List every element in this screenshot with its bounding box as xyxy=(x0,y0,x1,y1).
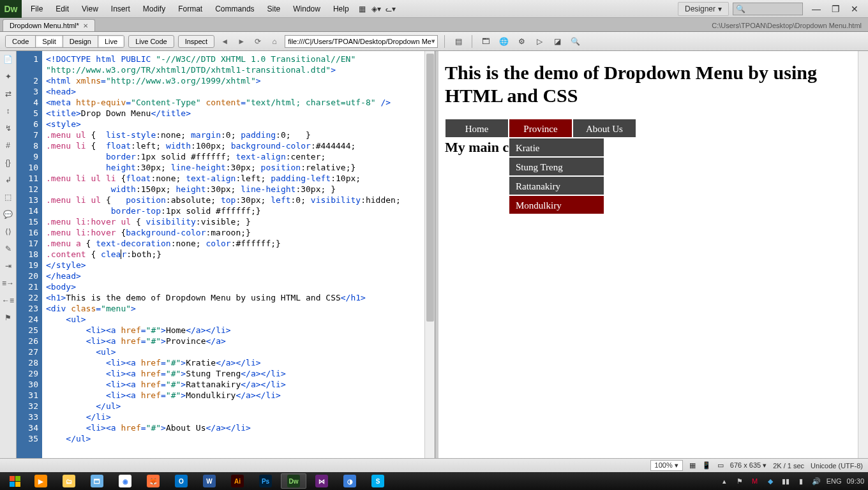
home-icon[interactable]: ⌂ xyxy=(268,35,281,48)
tray-network-icon[interactable]: ▮▮ xyxy=(781,476,791,486)
taskbar-app-dreamweaver[interactable]: Dw xyxy=(281,473,306,489)
search-input[interactable]: 🔍 xyxy=(733,3,803,15)
parent-tag-icon[interactable]: ↕ xyxy=(3,105,14,117)
menu-file[interactable]: File xyxy=(24,1,49,17)
comment-icon[interactable]: 💬 xyxy=(3,209,14,220)
viewport-size: 676 x 635 ▾ xyxy=(730,461,767,470)
collapse-icon[interactable]: ✦ xyxy=(3,71,14,82)
tray-language[interactable]: ENG xyxy=(827,477,842,485)
minimize-button[interactable]: — xyxy=(807,3,826,15)
inspector-icon[interactable]: 🔍 xyxy=(568,35,582,48)
phone-icon[interactable]: 📱 xyxy=(702,461,711,470)
status-bar: 100% ▾ ▦ 📱 ▭ 676 x 635 ▾ 2K / 1 sec Unic… xyxy=(0,458,868,472)
wrap-tag-icon[interactable]: ⟨⟩ xyxy=(3,226,14,237)
menu-commands[interactable]: Commands xyxy=(209,1,260,17)
taskbar-app-visualstudio[interactable]: ⋈ xyxy=(309,473,334,489)
menu-help[interactable]: Help xyxy=(327,1,355,17)
taskbar-app-skype[interactable]: S xyxy=(365,473,391,489)
visual-aids-icon[interactable]: ◪ xyxy=(550,35,564,48)
document-tab[interactable]: Dropdown Menu.html* ✕ xyxy=(3,19,95,31)
code-scrollbar[interactable] xyxy=(424,51,435,458)
preview-dropdown-item[interactable]: Kratie xyxy=(509,138,604,157)
tablet-icon[interactable]: ▭ xyxy=(717,461,724,470)
tray-clock[interactable]: 09:30 xyxy=(846,477,864,485)
tray-dropbox-icon[interactable]: ◆ xyxy=(765,476,775,486)
code-text[interactable]: <!DOCTYPE html PUBLIC "-//W3C//DTD XHTML… xyxy=(42,51,435,458)
extensions-icon[interactable]: ᓚ▾ xyxy=(384,3,398,15)
menu-modify[interactable]: Modify xyxy=(137,1,172,17)
open-docs-icon[interactable]: 📄 xyxy=(3,54,14,65)
preview-heading: This is the demo of Dropdown Menu by usi… xyxy=(445,61,862,107)
grid-icon[interactable]: ▦ xyxy=(689,461,696,470)
live-code-button[interactable]: Live Code xyxy=(128,35,174,48)
move-css-icon[interactable]: ⇥ xyxy=(3,260,14,272)
taskbar-app-photoshop[interactable]: Ps xyxy=(253,473,278,489)
taskbar-app-chrome[interactable]: ◉ xyxy=(112,473,138,489)
taskbar-app-explorer[interactable]: 🗂 xyxy=(56,473,82,489)
forward-icon[interactable]: ► xyxy=(235,35,248,48)
taskbar-app-illustrator[interactable]: Ai xyxy=(225,473,250,489)
zoom-select[interactable]: 100% ▾ xyxy=(650,460,683,471)
taskbar-app-firefox[interactable]: 🦊 xyxy=(140,473,166,489)
code-view-button[interactable]: Code xyxy=(6,36,36,47)
tray-chevron-icon[interactable]: ▴ xyxy=(719,476,730,486)
workspace-switcher[interactable]: Designer▾ xyxy=(678,2,729,16)
menu-format[interactable]: Format xyxy=(172,1,209,17)
code-editor[interactable]: 1234567891011121314151617181920212223242… xyxy=(17,51,435,458)
browser-preview-icon[interactable]: 🌐 xyxy=(497,35,511,48)
menu-insert[interactable]: Insert xyxy=(105,1,137,17)
taskbar-app-word[interactable]: W xyxy=(197,473,222,489)
system-tray: ▴ ⚑ M ◆ ▮▮ ▮ 🔊 ENG 09:30 xyxy=(719,476,864,486)
design-view-button[interactable]: Design xyxy=(63,36,98,47)
menu-edit[interactable]: Edit xyxy=(49,1,75,17)
format-icon[interactable]: ⚑ xyxy=(3,312,14,323)
tray-battery-icon[interactable]: ▮ xyxy=(796,476,806,486)
preview-menu-item[interactable]: Home xyxy=(445,119,509,138)
preview-menu-item[interactable]: About Us xyxy=(572,119,636,138)
preview-dropdown-item[interactable]: Mondulkiry xyxy=(509,195,604,214)
page-size: 2K / 1 sec xyxy=(773,462,804,470)
tray-volume-icon[interactable]: 🔊 xyxy=(811,476,821,486)
tray-mcafee-icon[interactable]: M xyxy=(750,476,760,486)
preview-dropdown-item[interactable]: Rattanakiry xyxy=(509,176,604,195)
titlebar: Dw FileEditViewInsertModifyFormatCommand… xyxy=(0,0,868,18)
options-icon[interactable]: ▤ xyxy=(451,35,465,48)
taskbar-app-explorer2[interactable]: 🗔 xyxy=(84,473,110,489)
recent-snippets-icon[interactable]: ✎ xyxy=(3,243,14,255)
menu-view[interactable]: View xyxy=(75,1,105,17)
syntax-icon[interactable]: ⬚ xyxy=(3,191,14,203)
menu-window[interactable]: Window xyxy=(287,1,327,17)
address-bar[interactable]: file:///C|/Users/TPOAN/Desktop/Dropdown … xyxy=(285,35,438,48)
windows-taskbar: ▶ 🗂 🗔 ◉ 🦊 O W Ai Ps Dw ⋈ ◑ S ▴ ⚑ M ◆ ▮▮ … xyxy=(0,472,868,490)
taskbar-app-media[interactable]: ▶ xyxy=(28,473,54,489)
maximize-button[interactable]: ❐ xyxy=(826,3,845,15)
taskbar-app-qbittorrent[interactable]: ◑ xyxy=(337,473,363,489)
menu-site[interactable]: Site xyxy=(261,1,287,17)
line-numbers-icon[interactable]: # xyxy=(3,140,14,151)
sync-icon[interactable]: ◈▾ xyxy=(370,3,384,15)
w3c-validate-icon[interactable]: ⚙ xyxy=(514,35,528,48)
start-button[interactable] xyxy=(4,473,26,489)
check-page-icon[interactable]: ▷ xyxy=(532,35,546,48)
outdent-icon[interactable]: ←≡ xyxy=(3,295,14,306)
indent-icon[interactable]: ≡→ xyxy=(3,278,14,289)
taskbar-app-outlook[interactable]: O xyxy=(168,473,194,489)
code-toolbar: 📄 ✦ ⇄ ↕ ↯ # {} ↲ ⬚ 💬 ⟨⟩ ✎ ⇥ ≡→ ←≡ ⚑ xyxy=(0,51,17,458)
live-view-button[interactable]: Live xyxy=(98,36,124,47)
balance-icon[interactable]: ↯ xyxy=(3,122,14,134)
back-icon[interactable]: ◄ xyxy=(218,35,231,48)
tray-flag-icon[interactable]: ⚑ xyxy=(735,476,745,486)
preview-menu-item[interactable]: Province xyxy=(509,119,572,138)
file-management-icon[interactable]: 🗔 xyxy=(479,35,493,48)
preview-scrollbar[interactable] xyxy=(858,51,868,458)
inspect-button[interactable]: Inspect xyxy=(178,35,214,48)
expand-icon[interactable]: ⇄ xyxy=(3,88,14,100)
refresh-icon[interactable]: ⟳ xyxy=(251,35,264,48)
layout-icon[interactable]: ▦ xyxy=(355,3,370,15)
close-tab-icon[interactable]: ✕ xyxy=(83,22,88,29)
close-button[interactable]: ✕ xyxy=(845,3,864,15)
highlight-icon[interactable]: {} xyxy=(3,157,14,168)
split-view-button[interactable]: Split xyxy=(36,36,63,47)
preview-dropdown-item[interactable]: Stung Treng xyxy=(509,157,604,176)
word-wrap-icon[interactable]: ↲ xyxy=(3,174,14,186)
